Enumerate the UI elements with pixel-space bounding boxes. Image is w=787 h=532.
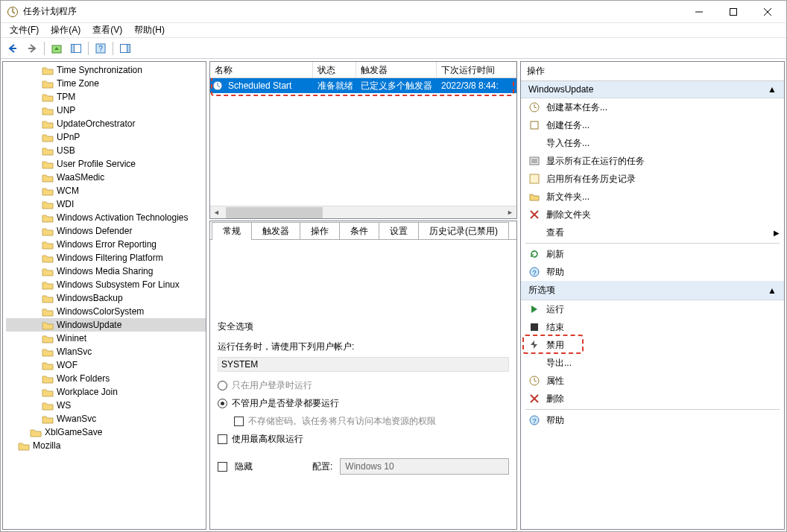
scroll-left-icon[interactable]: ◄	[210, 206, 223, 219]
tree-item[interactable]: WindowsColorSystem	[6, 305, 206, 318]
tree-item[interactable]: Time Zone	[6, 77, 206, 90]
tree-item[interactable]: UPnP	[6, 130, 206, 144]
horizontal-scrollbar[interactable]: ◄ ►	[210, 206, 516, 218]
action-refresh[interactable]: 刷新	[521, 245, 784, 263]
help-button[interactable]: ?	[92, 40, 110, 57]
folder-icon	[42, 133, 54, 142]
action-create-basic-task[interactable]: 创建基本任务...	[521, 98, 784, 116]
folder-icon	[42, 227, 54, 236]
tree-item[interactable]: Wininet	[6, 332, 206, 345]
tree-item[interactable]: Windows Media Sharing	[6, 265, 206, 278]
action-new-folder[interactable]: 新文件夹...	[521, 188, 784, 206]
configure-for-select[interactable]: Windows 10	[340, 458, 509, 475]
scroll-thumb[interactable]	[226, 207, 323, 218]
tree-item[interactable]: Workplace Join	[6, 385, 206, 399]
action-import-task[interactable]: 导入任务...	[521, 134, 784, 152]
tree-item[interactable]: UNP	[6, 104, 206, 117]
tree-item[interactable]: WindowsUpdate	[6, 318, 206, 332]
tab-settings[interactable]: 设置	[379, 222, 419, 240]
task-row-scheduled-start[interactable]: Scheduled Start 准备就绪 已定义多个触发器 2022/3/8 8…	[210, 78, 516, 93]
action-delete-folder[interactable]: 删除文件夹	[521, 206, 784, 224]
tree-item[interactable]: WDI	[6, 197, 206, 211]
checkbox-hidden[interactable]	[218, 462, 227, 472]
col-name[interactable]: 名称	[210, 62, 313, 77]
maximize-button[interactable]	[716, 1, 750, 22]
menu-action[interactable]: 操作(A)	[45, 22, 86, 38]
tree-item[interactable]: Work Folders	[6, 372, 206, 385]
folder-icon	[30, 428, 42, 437]
tree-item[interactable]: Windows Filtering Platform	[6, 251, 206, 265]
collapse-icon: ▲	[768, 285, 777, 296]
refresh-icon	[528, 248, 540, 260]
menu-file[interactable]: 文件(F)	[4, 22, 45, 38]
back-button[interactable]	[4, 40, 22, 57]
tree-item[interactable]: UpdateOrchestrator	[6, 117, 206, 130]
tree-item[interactable]: XblGameSave	[6, 425, 206, 439]
show-hide-tree-button[interactable]	[67, 40, 85, 57]
tree-item[interactable]: WaaSMedic	[6, 171, 206, 184]
scroll-right-icon[interactable]: ►	[504, 206, 516, 219]
svg-rect-16	[531, 323, 538, 331]
tree-item-label: Windows Defender	[57, 226, 132, 236]
folder-icon	[42, 159, 54, 169]
tree-item[interactable]: USB	[6, 144, 206, 157]
tab-actions[interactable]: 操作	[300, 222, 340, 240]
up-button[interactable]	[48, 40, 66, 57]
close-button[interactable]	[750, 1, 785, 22]
run-as-label: 运行任务时，请使用下列用户帐户:	[218, 341, 354, 353]
action-disable[interactable]: 禁用	[521, 336, 784, 354]
menu-help[interactable]: 帮助(H)	[128, 22, 171, 38]
actions-group-folder[interactable]: WindowsUpdate ▲	[521, 81, 784, 98]
checkbox-highest-privileges-label: 使用最高权限运行	[232, 433, 303, 446]
tree-item[interactable]: User Profile Service	[6, 157, 206, 171]
tab-conditions[interactable]: 条件	[339, 222, 379, 240]
list-icon	[528, 155, 540, 167]
checkbox-no-store-password[interactable]	[234, 417, 244, 426]
tree-item-label: Windows Filtering Platform	[57, 253, 163, 263]
show-hide-actions-button[interactable]	[116, 40, 134, 57]
tree-item[interactable]: WCM	[6, 184, 206, 197]
tree-item-label: WOF	[57, 360, 78, 370]
task-folder-tree[interactable]: Time SynchronizationTime ZoneTPMUNPUpdat…	[3, 62, 206, 529]
action-properties[interactable]: 属性	[521, 372, 784, 390]
tree-item[interactable]: Windows Error Reporting	[6, 238, 206, 251]
action-enable-history[interactable]: 启用所有任务历史记录	[521, 170, 784, 188]
action-run[interactable]: 运行	[521, 300, 784, 318]
tree-item[interactable]: WlanSvc	[6, 345, 206, 358]
action-view[interactable]: 查看▶	[521, 224, 784, 241]
radio-any-user[interactable]	[218, 399, 227, 408]
tree-item[interactable]: Windows Activation Technologies	[6, 211, 206, 224]
tree-item[interactable]: Windows Defender	[6, 224, 206, 238]
col-next[interactable]: 下次运行时间	[437, 62, 516, 77]
tab-general[interactable]: 常规	[212, 222, 252, 240]
task-list-body[interactable]: Scheduled Start 准备就绪 已定义多个触发器 2022/3/8 8…	[210, 78, 516, 206]
tree-item[interactable]: WOF	[6, 358, 206, 372]
radio-logon-only[interactable]	[218, 381, 227, 390]
minimize-button[interactable]	[682, 1, 716, 22]
tree-item[interactable]: Windows Subsystem For Linux	[6, 278, 206, 291]
action-end[interactable]: 结束	[521, 318, 784, 336]
tree-item[interactable]: Mozilla	[6, 439, 206, 452]
col-trigger[interactable]: 触发器	[356, 62, 437, 77]
tab-triggers[interactable]: 触发器	[251, 222, 300, 240]
tree-item-label: WS	[57, 400, 71, 411]
action-delete[interactable]: 删除	[521, 390, 784, 408]
actions-group-selection[interactable]: 所选项 ▲	[521, 281, 784, 300]
tree-item[interactable]: WindowsBackup	[6, 291, 206, 305]
col-status[interactable]: 状态	[313, 62, 356, 77]
action-export[interactable]: 导出...	[521, 354, 784, 372]
checkbox-highest-privileges[interactable]	[218, 434, 227, 444]
tree-item[interactable]: Time Synchronization	[6, 63, 206, 77]
tree-item[interactable]: WwanSvc	[6, 412, 206, 425]
action-create-task[interactable]: 创建任务...	[521, 116, 784, 134]
tree-item-label: XblGameSave	[45, 427, 102, 437]
menu-view[interactable]: 查看(V)	[86, 22, 128, 38]
action-show-running[interactable]: 显示所有正在运行的任务	[521, 152, 784, 170]
forward-button[interactable]	[23, 40, 41, 57]
tree-item[interactable]: TPM	[6, 90, 206, 104]
cell-next: 2022/3/8 8:44:	[437, 80, 516, 91]
tab-history[interactable]: 历史记录(已禁用)	[418, 222, 509, 240]
action-help-selection[interactable]: ?帮助	[521, 411, 784, 429]
tree-item[interactable]: WS	[6, 399, 206, 412]
action-help-folder[interactable]: ?帮助	[521, 263, 784, 281]
